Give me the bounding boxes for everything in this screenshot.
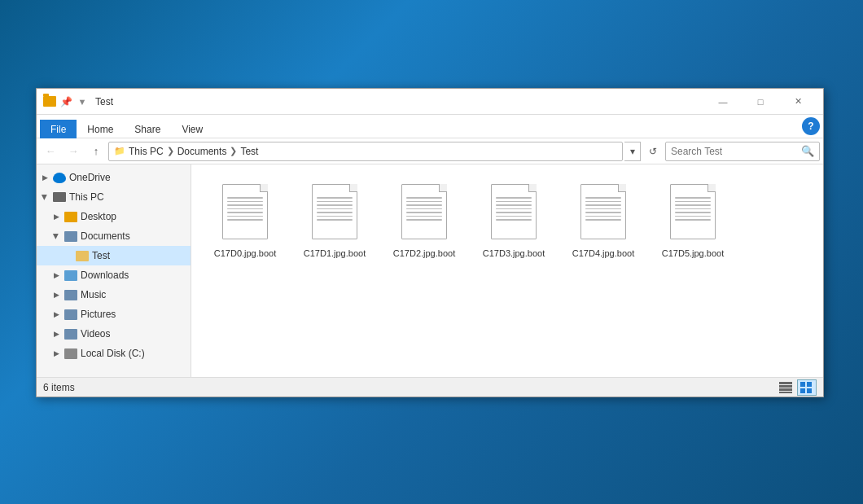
file-name-f2: C17D2.jpg.boot [393,248,455,259]
sidebar-label-onedrive: OneDrive [69,172,111,183]
sidebar-item-localdisk[interactable]: ▶ Local Disk (C:) [37,344,191,363]
sidebar-item-onedrive[interactable]: ▶ OneDrive [37,168,191,187]
title-bar: 📌 ▼ Test — □ ✕ [37,89,823,115]
forward-button[interactable]: → [63,141,84,162]
file-line [317,204,353,206]
path-part-test[interactable]: Test [240,146,258,157]
tab-file[interactable]: File [40,120,77,138]
sidebar-item-documents[interactable]: ▶ Documents [37,226,191,246]
file-line [496,201,532,203]
sidebar-item-thispc[interactable]: ▶ This PC [37,187,191,207]
folder-icon-title [43,95,56,108]
title-bar-icons: 📌 ▼ [43,95,89,108]
file-line [496,208,532,210]
sidebar-item-downloads[interactable]: ▶ Downloads [37,265,191,285]
file-explorer-window: 📌 ▼ Test — □ ✕ File Home Share View ? ← … [36,88,824,397]
folder-icon-music [64,290,77,300]
sidebar-label-downloads: Downloads [81,270,129,281]
path-part-thispc[interactable]: This PC [129,146,164,157]
expand-arrow-onedrive: ▶ [40,173,50,182]
file-item[interactable]: C17D5.jpg.boot [652,177,734,264]
file-line [317,216,353,217]
folder-icon-documents [64,231,77,242]
sidebar-item-music[interactable]: ▶ Music [37,285,191,305]
expand-arrow-test [63,251,72,261]
file-name-f5: C17D5.jpg.boot [662,248,724,259]
file-line [585,204,621,206]
address-dropdown-button[interactable]: ▾ [624,142,641,161]
up-button[interactable]: ↑ [85,141,107,162]
sidebar-label-pictures: Pictures [81,309,116,320]
file-line [406,201,442,203]
file-item[interactable]: C17D4.jpg.boot [563,177,644,264]
sidebar-item-pictures[interactable]: ▶ Pictures [37,305,191,324]
sidebar-label-videos: Videos [81,328,110,340]
file-item[interactable]: C17D3.jpg.boot [473,177,554,264]
path-folder-icon: 📁 [114,146,125,156]
close-button[interactable]: ✕ [779,89,817,115]
sidebar-label-test: Test [92,250,110,261]
expand-arrow-thispc: ▶ [40,192,50,202]
file-item[interactable]: C17D0.jpg.boot [204,177,286,264]
file-line [675,204,711,206]
tab-home[interactable]: Home [77,120,124,138]
window-title: Test [95,96,704,107]
file-line [675,212,711,213]
file-name-f3: C17D3.jpg.boot [483,248,545,259]
back-button[interactable]: ← [40,141,61,162]
folder-icon-test [76,251,89,261]
tab-view[interactable]: View [171,120,213,138]
file-line [585,212,621,213]
help-button[interactable]: ? [802,117,820,135]
file-icon-corner-fold [439,184,447,192]
folder-icon-videos [64,329,77,340]
ribbon-tabs: File Home Share View ? [37,115,823,138]
sidebar-label-music: Music [81,289,106,300]
file-line [585,208,621,210]
address-path[interactable]: 📁 This PC ❯ Documents ❯ Test [108,142,623,161]
large-icons-view-button[interactable] [797,379,817,396]
file-line [675,219,711,221]
expand-arrow-downloads: ▶ [51,270,61,280]
search-input[interactable] [671,146,798,157]
sidebar: ▶ OneDrive ▶ This PC ▶ Desktop ▶ Documen… [37,164,191,377]
expand-arrow-desktop: ▶ [51,212,61,221]
file-line [585,219,621,221]
file-name-f0: C17D0.jpg.boot [214,248,276,259]
expand-arrow-music: ▶ [51,290,61,300]
svg-rect-1 [779,385,792,388]
file-line [406,197,442,199]
file-item[interactable]: C17D2.jpg.boot [383,177,465,264]
file-icon-lines [317,197,353,221]
pc-icon [53,192,66,202]
file-icon-f2 [400,182,449,241]
file-line [675,208,711,210]
file-line [227,212,263,213]
tab-share[interactable]: Share [124,120,171,138]
file-item[interactable]: C17D1.jpg.boot [294,177,375,264]
sidebar-item-desktop[interactable]: ▶ Desktop [37,207,191,226]
expand-arrow-localdisk: ▶ [51,348,61,358]
expand-arrow-videos: ▶ [51,329,61,339]
file-icon-corner-fold [260,184,268,192]
file-name-f4: C17D4.jpg.boot [572,248,634,259]
main-content: ▶ OneDrive ▶ This PC ▶ Desktop ▶ Documen… [37,164,823,377]
file-line [227,201,263,203]
minimize-button[interactable]: — [704,89,742,115]
details-view-button[interactable] [776,379,795,396]
sidebar-item-test[interactable]: Test [37,246,191,265]
file-icon-f4 [579,182,628,241]
svg-rect-4 [800,382,805,387]
ribbon: File Home Share View ? [37,115,823,138]
file-area: C17D0.jpg.boot C17D1.jpg.boot C17D2.jpg.… [191,164,823,377]
path-sep-2: ❯ [230,146,237,156]
svg-rect-6 [800,388,805,393]
refresh-button[interactable]: ↺ [642,141,664,162]
path-part-documents[interactable]: Documents [177,146,227,157]
sidebar-item-videos[interactable]: ▶ Videos [37,324,191,344]
svg-rect-5 [807,382,812,387]
sidebar-label-desktop: Desktop [81,211,116,222]
file-line [406,208,442,210]
file-line [675,216,711,217]
maximize-button[interactable]: □ [742,89,779,115]
